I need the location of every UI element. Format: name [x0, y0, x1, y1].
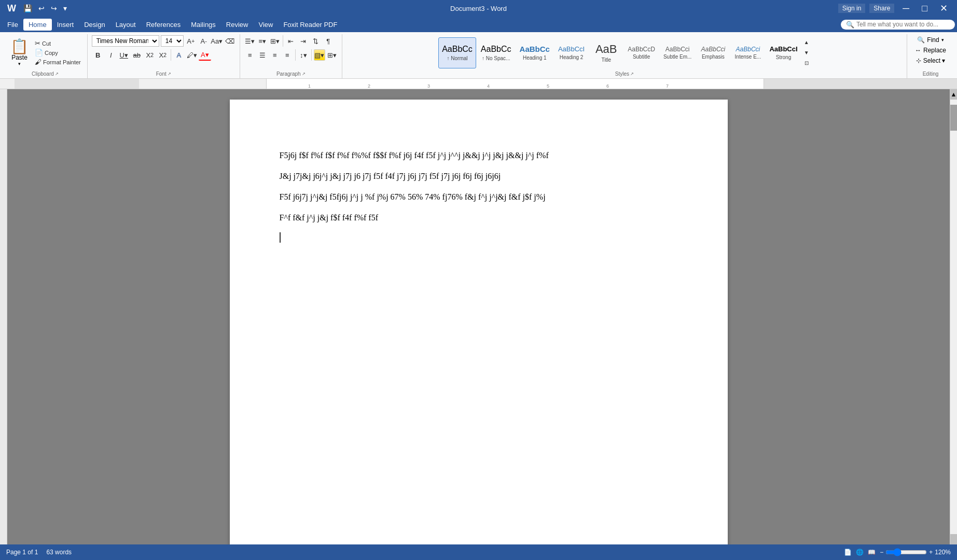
- style-subtle-em-label: Subtle Em...: [663, 54, 691, 60]
- text-effects-button[interactable]: A: [173, 49, 185, 61]
- para-divider3: [311, 49, 312, 61]
- find-button[interactable]: 🔍 Find ▾: [914, 35, 947, 45]
- decrease-font-button[interactable]: A-: [198, 35, 210, 47]
- format-painter-label: Format Painter: [43, 59, 81, 65]
- increase-indent-button[interactable]: ⇥: [298, 35, 309, 47]
- style-title[interactable]: AaB Title: [589, 37, 623, 68]
- styles-scroll-up-button[interactable]: ▲: [802, 38, 811, 47]
- decrease-indent-button[interactable]: ⇤: [285, 35, 297, 47]
- menu-foxit[interactable]: Foxit Reader PDF: [278, 19, 342, 31]
- numbering-button[interactable]: ≡▾: [257, 35, 268, 47]
- menu-mailings[interactable]: Mailings: [186, 19, 221, 31]
- font-color-button[interactable]: A▾: [199, 49, 211, 61]
- zoom-slider[interactable]: [885, 548, 927, 556]
- copy-button[interactable]: 📄 Copy: [33, 48, 83, 57]
- minimize-button[interactable]: ─: [898, 0, 913, 17]
- zoom-in-button[interactable]: +: [929, 549, 933, 556]
- justify-button[interactable]: ≡: [282, 49, 293, 61]
- view-read-icon[interactable]: 📖: [868, 549, 876, 556]
- menu-layout[interactable]: Layout: [110, 19, 141, 31]
- cut-label: Cut: [42, 40, 51, 47]
- style-strong[interactable]: AaBbCcI Strong: [766, 37, 801, 68]
- bold-button[interactable]: B: [92, 49, 104, 61]
- save-button[interactable]: 💾: [21, 3, 34, 13]
- maximize-button[interactable]: □: [918, 0, 932, 17]
- font-expand-icon[interactable]: ↗: [168, 72, 171, 76]
- borders-button[interactable]: ⊞▾: [326, 49, 338, 61]
- menu-file[interactable]: File: [2, 19, 23, 31]
- view-normal-icon[interactable]: 📄: [844, 549, 852, 556]
- clipboard-expand-icon[interactable]: ↗: [55, 72, 59, 76]
- scroll-up-arrow[interactable]: ▲: [950, 89, 957, 100]
- line-spacing-button[interactable]: ↕▾: [298, 49, 309, 61]
- underline-button[interactable]: U▾: [118, 49, 130, 61]
- style-title-label: Title: [601, 57, 611, 63]
- align-center-button[interactable]: ☰: [257, 49, 268, 61]
- superscript-button[interactable]: X2: [157, 49, 169, 61]
- clipboard-group-label: Clipboard ↗: [7, 70, 83, 78]
- scroll-thumb[interactable]: [950, 105, 957, 131]
- style-no-spacing[interactable]: AaBbCc ↑ No Spac...: [477, 37, 515, 68]
- style-normal[interactable]: AaBbCc ↑ Normal: [438, 37, 476, 68]
- copy-icon: 📄: [35, 49, 43, 57]
- format-painter-button[interactable]: 🖌 Format Painter: [33, 58, 83, 66]
- increase-font-button[interactable]: A+: [185, 35, 197, 47]
- search-input[interactable]: [856, 21, 950, 28]
- zoom-out-button[interactable]: −: [880, 549, 883, 556]
- paste-dropdown-icon[interactable]: ▾: [18, 61, 21, 66]
- clear-formatting-button[interactable]: ⌫: [224, 35, 235, 47]
- styles-scroll-down-button[interactable]: ▼: [802, 48, 811, 58]
- page-content[interactable]: F5j6j f$f f%f f$f f%f f%%f f$$f f%f j6j …: [280, 149, 678, 246]
- align-right-button[interactable]: ≡: [269, 49, 281, 61]
- text-highlight-button[interactable]: 🖊▾: [186, 49, 198, 61]
- paste-button[interactable]: 📋 Paste ▾: [7, 37, 32, 68]
- menu-view[interactable]: View: [253, 19, 278, 31]
- style-subtle-em[interactable]: AaBbCci Subtle Em...: [660, 37, 695, 68]
- replace-icon: ↔: [915, 47, 921, 54]
- menu-design[interactable]: Design: [79, 19, 110, 31]
- align-left-button[interactable]: ≡: [244, 49, 256, 61]
- vertical-scrollbar[interactable]: ▲ ▼: [950, 89, 957, 544]
- styles-expand-icon[interactable]: ↗: [630, 72, 634, 76]
- close-button[interactable]: ✕: [936, 0, 952, 17]
- paragraph-expand-icon[interactable]: ↗: [302, 72, 306, 76]
- ribbon: 📋 Paste ▾ ✂ Cut 📄 Copy 🖌 Format Painter: [0, 32, 957, 79]
- ruler-right-gray: [764, 79, 957, 89]
- replace-button[interactable]: ↔ Replace: [912, 46, 949, 55]
- undo-button[interactable]: ↩: [36, 3, 47, 13]
- cut-button[interactable]: ✂ Cut: [33, 39, 83, 48]
- sign-in-button[interactable]: Sign in: [838, 4, 866, 13]
- share-button[interactable]: Share: [869, 4, 894, 13]
- menu-review[interactable]: Review: [221, 19, 254, 31]
- paragraph-5[interactable]: [280, 232, 678, 246]
- font-size-select[interactable]: 14: [161, 35, 184, 47]
- style-heading1[interactable]: AaBbCc Heading 1: [516, 37, 553, 68]
- style-emphasis[interactable]: AaBbCci Emphasis: [696, 37, 730, 68]
- menu-insert[interactable]: Insert: [52, 19, 79, 31]
- view-web-icon[interactable]: 🌐: [856, 549, 864, 556]
- sort-button[interactable]: ⇅: [310, 35, 322, 47]
- shading-button[interactable]: ▧▾: [314, 49, 325, 61]
- search-bar[interactable]: 🔍: [841, 20, 955, 30]
- italic-button[interactable]: I: [105, 49, 117, 61]
- bullets-button[interactable]: ☰▾: [244, 35, 256, 47]
- menu-home[interactable]: Home: [23, 19, 52, 31]
- style-emphasis-label: Emphasis: [702, 54, 725, 60]
- font-name-select[interactable]: Times New Roman: [92, 35, 159, 47]
- show-paragraph-button[interactable]: ¶: [323, 35, 334, 47]
- style-heading2[interactable]: AaBbCcI Heading 2: [554, 37, 588, 68]
- qat-customize-button[interactable]: ▾: [61, 3, 69, 13]
- strikethrough-button[interactable]: ab: [131, 49, 143, 61]
- change-case-button[interactable]: Aa▾: [211, 35, 223, 47]
- cut-icon: ✂: [35, 39, 40, 47]
- ruler-mark-7: 7: [666, 83, 669, 89]
- multilevel-list-button[interactable]: ⊞▾: [269, 35, 281, 47]
- select-button[interactable]: ⊹ Select ▾: [913, 56, 949, 65]
- styles-expand-button[interactable]: ⊡: [802, 59, 811, 68]
- scroll-down-arrow[interactable]: ▼: [950, 534, 957, 544]
- menu-references[interactable]: References: [141, 19, 186, 31]
- redo-button[interactable]: ↪: [49, 3, 59, 13]
- style-subtitle[interactable]: AaBbCcD Subtitle: [624, 37, 659, 68]
- style-intense-e[interactable]: AaBbCci Intense E...: [731, 37, 765, 68]
- subscript-button[interactable]: X2: [144, 49, 156, 61]
